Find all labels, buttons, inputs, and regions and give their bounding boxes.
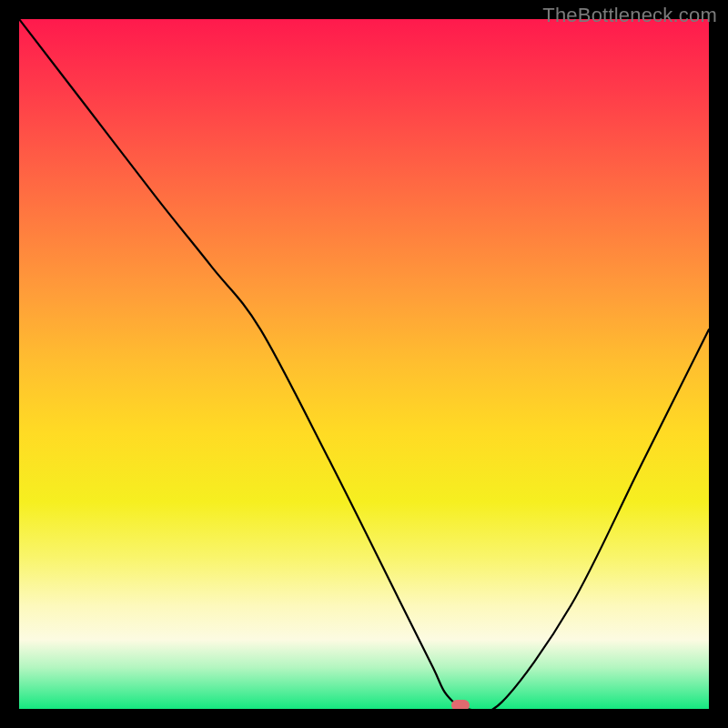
optimum-marker <box>451 700 470 709</box>
watermark-text: TheBottleneck.com <box>542 4 717 27</box>
background-gradient <box>19 19 709 709</box>
chart-container: TheBottleneck.com <box>0 0 728 728</box>
plot-area <box>19 19 709 709</box>
